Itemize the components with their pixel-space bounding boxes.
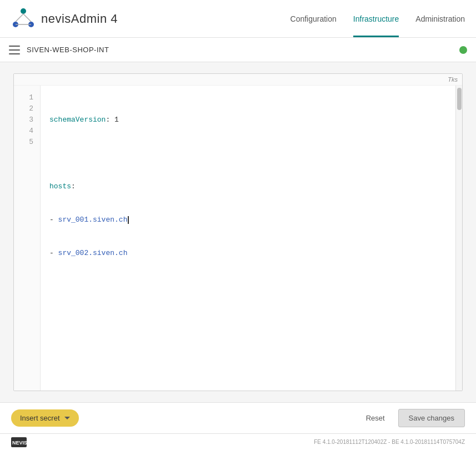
svg-line-4 — [23, 14, 31, 22]
code-line-4: - srv_001.siven.ch — [49, 214, 455, 226]
bottom-bar: Insert secret Reset Save changes — [0, 402, 476, 433]
line-num-1: 1 — [14, 92, 40, 103]
breadcrumb: SIVEN-WEB-SHOP-INT — [27, 46, 109, 54]
status-indicator — [459, 46, 467, 54]
line-num-2: 2 — [14, 103, 40, 114]
hamburger-icon[interactable] — [9, 46, 20, 54]
editor-hint: Tks — [448, 76, 458, 83]
editor-body[interactable]: 1 2 3 4 5 schemaVersion: 1 hosts: - srv_… — [14, 86, 462, 391]
main-content: Tks 1 2 3 4 5 schemaVersion: 1 hosts: - … — [0, 62, 476, 402]
nav-configuration[interactable]: Configuration — [290, 0, 337, 37]
line-numbers: 1 2 3 4 5 — [14, 86, 41, 391]
nav-administration[interactable]: Administration — [415, 0, 465, 37]
line-num-5: 5 — [14, 137, 40, 148]
footer-version: FE 4.1.0-20181112T120402Z - BE 4.1.0-201… — [314, 439, 465, 445]
nav-links: Configuration Infrastructure Administrat… — [290, 0, 465, 37]
header: nevisAdmin 4 Configuration Infrastructur… — [0, 0, 476, 38]
logo-area: nevisAdmin 4 — [11, 7, 118, 31]
svg-point-0 — [21, 8, 26, 14]
scrollbar-thumb[interactable] — [457, 88, 462, 110]
footer: NEVIS FE 4.1.0-20181112T120402Z - BE 4.1… — [0, 433, 476, 450]
editor-scrollbar[interactable] — [455, 86, 462, 391]
logo-text: nevisAdmin 4 — [41, 12, 118, 26]
code-line-3: hosts: — [49, 181, 455, 192]
footer-nevis-icon: NEVIS — [11, 437, 27, 447]
line-num-3: 3 — [14, 114, 40, 126]
svg-line-3 — [16, 14, 23, 22]
editor-top-bar: Tks — [14, 74, 462, 86]
nevis-logo-icon — [11, 7, 36, 31]
save-changes-button[interactable]: Save changes — [398, 409, 465, 427]
code-line-5: - srv_002.siven.ch — [49, 248, 455, 259]
code-editor[interactable]: schemaVersion: 1 hosts: - srv_001.siven.… — [41, 86, 455, 391]
svg-text:NEVIS: NEVIS — [12, 440, 27, 446]
code-line-1: schemaVersion: 1 — [49, 114, 455, 126]
footer-logo: NEVIS — [11, 437, 27, 447]
nav-infrastructure[interactable]: Infrastructure — [353, 0, 399, 37]
line-num-4: 4 — [14, 126, 40, 137]
code-line-2 — [49, 148, 455, 159]
insert-secret-button[interactable]: Insert secret — [11, 409, 79, 427]
editor-container[interactable]: Tks 1 2 3 4 5 schemaVersion: 1 hosts: - … — [13, 73, 463, 391]
toolbar: SIVEN-WEB-SHOP-INT — [0, 38, 476, 62]
reset-button[interactable]: Reset — [357, 409, 394, 427]
dropdown-arrow-icon — [64, 417, 70, 419]
